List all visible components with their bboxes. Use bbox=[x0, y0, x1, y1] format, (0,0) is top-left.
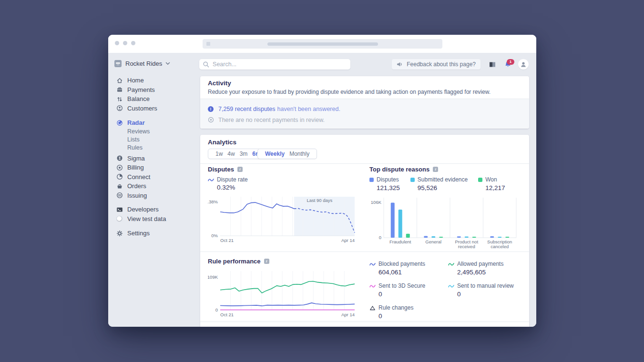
sigma-icon bbox=[116, 155, 123, 161]
url-bar-text-placeholder bbox=[267, 42, 378, 46]
search-input[interactable] bbox=[212, 60, 347, 68]
window-close-button[interactable] bbox=[115, 41, 119, 45]
range-4w[interactable]: 4w bbox=[227, 151, 235, 157]
submitted-evidence-swatch bbox=[410, 178, 415, 182]
activity-notices: ! 7,259 recent disputes haven't been ans… bbox=[200, 99, 529, 129]
svg-text:received: received bbox=[458, 244, 475, 249]
home-icon bbox=[116, 77, 123, 84]
issuing-icon bbox=[116, 192, 123, 199]
rule-performance-metrics: Blocked payments 604,061 Allowed payment… bbox=[369, 261, 527, 320]
rule-performance-chart: 109K0Oct 21Apr 14 bbox=[208, 269, 357, 318]
line-series-icon bbox=[369, 284, 376, 288]
alert-circle-icon: ! bbox=[208, 106, 214, 112]
feedback-button[interactable]: Feedback about this page? bbox=[392, 59, 480, 70]
dispute-rate-legend: Dispute rate bbox=[208, 176, 248, 183]
rule-performance-title: Rule performance i bbox=[208, 258, 269, 265]
analytics-title: Analytics bbox=[208, 139, 236, 146]
range-3m[interactable]: 3m bbox=[240, 151, 248, 157]
svg-text:0.38%: 0.38% bbox=[208, 199, 218, 204]
svg-text:Apr 14: Apr 14 bbox=[341, 312, 355, 317]
info-icon[interactable]: i bbox=[237, 167, 243, 172]
divider bbox=[200, 251, 529, 252]
billing-icon bbox=[116, 164, 123, 171]
svg-text:Oct 21: Oct 21 bbox=[220, 238, 234, 243]
sidebar-item-home[interactable]: Home bbox=[108, 76, 200, 85]
window-zoom-button[interactable] bbox=[131, 41, 135, 45]
svg-text:Oct 21: Oct 21 bbox=[220, 312, 234, 317]
sidebar-item-view-test-data[interactable]: View test data bbox=[108, 214, 200, 224]
browser-window: Rocket Rides Feedback about this page? 1 bbox=[108, 35, 536, 327]
info-icon[interactable]: i bbox=[433, 167, 438, 172]
storefront-icon bbox=[114, 60, 122, 67]
sidebar-item-rules[interactable]: Rules bbox=[108, 144, 200, 152]
app-region: Rocket Rides Feedback about this page? 1 bbox=[108, 53, 536, 327]
svg-text:106K: 106K bbox=[371, 200, 382, 205]
search-icon bbox=[203, 61, 209, 68]
test-data-toggle[interactable] bbox=[116, 215, 123, 222]
divider bbox=[200, 322, 529, 322]
url-bar[interactable] bbox=[203, 39, 442, 49]
disputes-link[interactable]: 7,259 recent disputes bbox=[218, 106, 276, 112]
sidebar-item-radar[interactable]: Radar bbox=[108, 118, 200, 128]
info-icon[interactable]: i bbox=[264, 259, 269, 264]
sidebar-item-issuing[interactable]: Issuing bbox=[108, 191, 200, 201]
customers-icon bbox=[116, 105, 123, 111]
sidebar-item-payments[interactable]: Payments bbox=[108, 85, 200, 95]
interval-monthly[interactable]: Monthly bbox=[289, 151, 309, 157]
svg-text:General: General bbox=[425, 239, 441, 244]
chevron-down-icon bbox=[165, 62, 170, 65]
sidebar-item-settings[interactable]: Settings bbox=[108, 229, 200, 238]
url-bar-favicon-placeholder bbox=[206, 42, 210, 46]
dispute-rate-value: 0.32% bbox=[217, 184, 235, 191]
svg-text:Last 90 days: Last 90 days bbox=[307, 198, 332, 203]
reasons-section-title: Top dispute reasons i bbox=[369, 166, 438, 173]
line-series-icon bbox=[448, 262, 454, 266]
activity-card: Activity Reduce your exposure to fraud b… bbox=[200, 76, 529, 129]
legend-entry-submitted-evidence: Submitted evidence 95,526 bbox=[410, 176, 468, 191]
svg-text:0%: 0% bbox=[211, 233, 218, 238]
sidebar-item-orders[interactable]: Orders bbox=[108, 181, 200, 191]
avatar[interactable] bbox=[518, 59, 529, 70]
reasons-legend: Disputes 121,325 Submitted evidence 95,5… bbox=[369, 176, 516, 191]
sidebar-item-lists[interactable]: Lists bbox=[108, 136, 200, 144]
sidebar-item-developers[interactable]: Developers bbox=[108, 205, 200, 214]
sidebar-item-balance[interactable]: Balance bbox=[108, 94, 200, 104]
disputes-swatch bbox=[369, 178, 374, 182]
terminal-icon bbox=[116, 206, 123, 213]
analytics-card: Analytics 1w 4w 3m 6m 1y Weekly Monthly … bbox=[200, 135, 529, 327]
sidebar-item-customers[interactable]: Customers bbox=[108, 104, 200, 113]
sidebar-item-connect[interactable]: Connect bbox=[108, 172, 200, 182]
notification-badge: 1 bbox=[507, 59, 514, 65]
metric-rule-changes: Rule changes 0 bbox=[369, 304, 448, 320]
megaphone-icon bbox=[397, 61, 403, 67]
disputes-section-title: Disputes i bbox=[208, 166, 243, 173]
notifications-button[interactable]: 1 bbox=[504, 61, 511, 68]
line-series-icon bbox=[369, 262, 376, 266]
gear-icon bbox=[116, 230, 123, 237]
browser-chrome bbox=[108, 35, 536, 53]
radar-icon bbox=[116, 120, 123, 126]
sidebar-item-reviews[interactable]: Reviews bbox=[108, 128, 200, 136]
activity-notice-disputes: ! 7,259 recent disputes haven't been ans… bbox=[200, 103, 529, 114]
org-switcher[interactable]: Rocket Rides bbox=[114, 60, 170, 67]
svg-text:canceled: canceled bbox=[491, 244, 509, 249]
metric-sent-to-3d-secure: Sent to 3D Secure 0 bbox=[369, 282, 448, 298]
sidebar-item-sigma[interactable]: Sigma bbox=[108, 154, 200, 163]
search-bar[interactable] bbox=[199, 59, 350, 70]
range-1w[interactable]: 1w bbox=[215, 151, 223, 157]
metric-sent-to-manual-review: Sent to manual review 0 bbox=[448, 282, 527, 298]
activity-description: Reduce your exposure to fraud by providi… bbox=[208, 89, 491, 95]
metric-blocked-payments: Blocked payments 604,061 bbox=[369, 261, 448, 276]
interval-weekly[interactable]: Weekly bbox=[265, 151, 285, 157]
sidebar: Home Payments Balance Customers Radar Re… bbox=[108, 76, 200, 238]
docs-button[interactable] bbox=[489, 61, 496, 68]
org-name: Rocket Rides bbox=[125, 60, 162, 67]
window-minimize-button[interactable] bbox=[123, 41, 127, 45]
divider bbox=[200, 163, 529, 164]
dispute-reasons-chart: 106K0FraudulentGeneralProduct notreceive… bbox=[369, 196, 518, 250]
metric-allowed-payments: Allowed payments 2,495,605 bbox=[448, 261, 527, 276]
docs-icon bbox=[489, 61, 496, 68]
svg-text:0: 0 bbox=[379, 235, 381, 240]
triangle-series-icon bbox=[369, 305, 376, 311]
sidebar-item-billing[interactable]: Billing bbox=[108, 163, 200, 172]
